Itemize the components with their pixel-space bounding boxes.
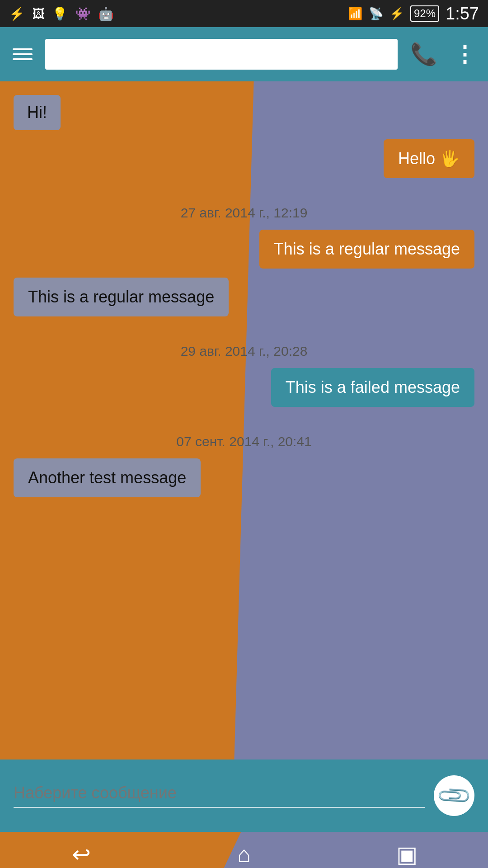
toolbar: 📞 ⋮	[0, 27, 488, 81]
back-icon: ↩	[72, 841, 91, 868]
status-time: 1:57	[446, 4, 479, 24]
bolt-icon: ⚡	[389, 7, 404, 21]
message-bubble-sent[interactable]: Hello 🖐	[384, 139, 474, 178]
signal-icon: 📡	[369, 7, 383, 21]
toolbar-action-icons: 📞 ⋮	[410, 42, 475, 67]
image-icon: 🖼	[32, 6, 45, 21]
call-button[interactable]: 📞	[410, 42, 437, 67]
list-item: Hi!	[14, 95, 474, 130]
timestamp: 07 сент. 2014 г., 20:41	[14, 434, 474, 449]
list-item: Hello 🖐	[14, 139, 474, 178]
message-bubble-failed[interactable]: This is a failed message	[271, 368, 474, 407]
paperclip-icon: 📎	[435, 777, 474, 815]
android-icon: 🤖	[98, 6, 114, 21]
back-button[interactable]: ↩	[0, 841, 163, 868]
more-options-button[interactable]: ⋮	[454, 42, 475, 67]
message-input-wrapper	[14, 783, 425, 808]
usb-icon: ⚡	[9, 6, 25, 21]
list-item: This is a regular message	[14, 230, 474, 269]
message-bubble-received[interactable]: Another test message	[14, 458, 201, 497]
wifi-icon: 📶	[348, 7, 362, 21]
recents-button[interactable]: ▣	[325, 841, 488, 868]
status-icons-left: ⚡ 🖼 💡 👾 🤖	[9, 6, 114, 21]
bottom-nav: ↩ ⌂ ▣	[0, 832, 488, 868]
list-item: Another test message	[14, 458, 474, 497]
list-item: This is a failed message	[14, 368, 474, 407]
input-underline	[14, 807, 425, 808]
timestamp: 29 авг. 2014 г., 20:28	[14, 344, 474, 359]
message-bubble-sent[interactable]: This is a regular message	[259, 230, 474, 269]
list-item: This is a regular message	[14, 278, 474, 316]
menu-button[interactable]	[13, 48, 33, 60]
home-icon: ⌂	[237, 841, 251, 868]
contact-name-box[interactable]	[45, 39, 398, 70]
robot-icon: 👾	[75, 6, 91, 21]
recents-icon: ▣	[396, 841, 418, 868]
attach-button[interactable]: 📎	[434, 775, 474, 816]
input-bar: 📎	[0, 760, 488, 832]
status-icons-right: 📶 📡 ⚡ 92% 1:57	[348, 4, 479, 24]
bulb-icon: 💡	[52, 6, 68, 21]
message-input[interactable]	[14, 783, 425, 807]
messages-list: Hi! Hello 🖐 27 авг. 2014 г., 12:19 This …	[0, 81, 488, 520]
message-bubble-received[interactable]: Hi!	[14, 95, 61, 130]
message-bubble-received[interactable]: This is a regular message	[14, 278, 229, 316]
chat-area: Hi! Hello 🖐 27 авг. 2014 г., 12:19 This …	[0, 81, 488, 760]
battery-indicator: 92%	[410, 5, 439, 22]
timestamp: 27 авг. 2014 г., 12:19	[14, 205, 474, 221]
status-bar: ⚡ 🖼 💡 👾 🤖 📶 📡 ⚡ 92% 1:57	[0, 0, 488, 27]
home-button[interactable]: ⌂	[163, 841, 325, 868]
